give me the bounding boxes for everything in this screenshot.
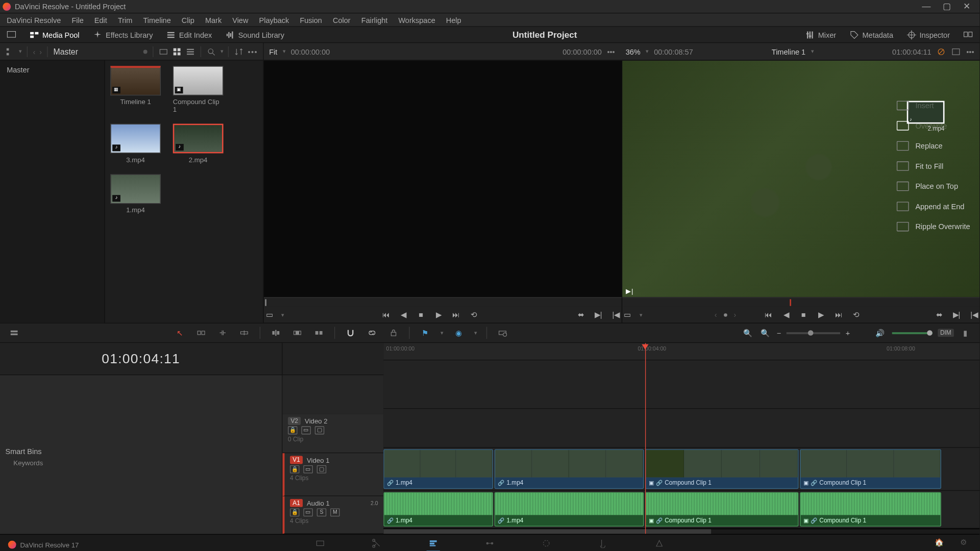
list-view-icon[interactable] xyxy=(186,47,195,56)
volume-icon[interactable]: 🔊 xyxy=(874,327,887,339)
zoom-plus[interactable]: + xyxy=(846,329,850,337)
zoom-in-button[interactable]: 🔍 xyxy=(760,327,772,339)
metadata-toggle[interactable]: Metadata xyxy=(843,27,900,42)
src-inout-icon[interactable]: ▭ xyxy=(264,309,275,320)
tab-color[interactable] xyxy=(538,536,554,549)
smart-bin-keywords[interactable]: Keywords xyxy=(6,455,100,470)
menu-color[interactable]: Color xyxy=(327,16,356,24)
program-tc-left[interactable]: 00:00:08:57 xyxy=(654,47,693,56)
bin-master[interactable]: Master xyxy=(4,65,100,76)
prg-inout-icon[interactable]: ▭ xyxy=(622,309,632,320)
overwrite-clip-button[interactable] xyxy=(291,327,304,339)
bypass-icon[interactable] xyxy=(937,47,946,56)
replace-clip-button[interactable] xyxy=(313,327,325,339)
menu-timeline[interactable]: Timeline xyxy=(138,16,176,24)
timeline-view-options[interactable] xyxy=(8,327,20,339)
track-display-icon[interactable]: ▢ xyxy=(315,427,324,435)
lock-icon[interactable]: 🔒 xyxy=(288,427,297,435)
range-select-icon[interactable] xyxy=(497,327,509,339)
clip-a1-2[interactable]: 🔗1.mp4 xyxy=(495,492,644,527)
trim-tool[interactable] xyxy=(195,327,207,339)
src-match-button[interactable]: ⬌ xyxy=(576,309,586,320)
prg-prev-button[interactable]: ◀ xyxy=(780,309,791,320)
timeline-ruler[interactable]: 01:00:00:00 01:00:04:00 01:00:08:00 xyxy=(383,343,979,360)
track-v2[interactable] xyxy=(383,409,979,447)
dynamic-trim-tool[interactable] xyxy=(216,327,229,339)
menu-fusion[interactable]: Fusion xyxy=(295,16,328,24)
mute-button[interactable]: M xyxy=(330,508,339,516)
grid-view-icon[interactable] xyxy=(173,47,182,56)
home-button[interactable]: 🏠 xyxy=(931,535,947,548)
snapping-toggle[interactable] xyxy=(345,327,357,339)
bin-list-icon[interactable] xyxy=(6,47,15,56)
timeline-timecode[interactable]: 01:00:04:11 xyxy=(0,343,282,375)
program-tc-right[interactable]: 01:00:04:11 xyxy=(892,47,932,56)
smart-bins-header[interactable]: Smart Bins xyxy=(6,441,100,456)
track-enable-icon[interactable]: ▭ xyxy=(303,508,312,516)
menu-workspace[interactable]: Workspace xyxy=(393,16,440,24)
menu-trim[interactable]: Trim xyxy=(112,16,138,24)
menu-file[interactable]: File xyxy=(66,16,89,24)
solo-button[interactable]: S xyxy=(317,508,326,516)
menu-clip[interactable]: Clip xyxy=(176,16,200,24)
menu-help[interactable]: Help xyxy=(440,16,467,24)
prg-match-button[interactable]: ⬌ xyxy=(934,309,944,320)
overlay-overwrite[interactable]: Overwrite xyxy=(894,118,973,133)
chevron-down-icon[interactable]: ▾ xyxy=(646,48,648,55)
zoom-minus[interactable]: − xyxy=(777,329,781,337)
source-tc-right[interactable]: 00:00:00:00 xyxy=(562,47,602,56)
menu-edit[interactable]: Edit xyxy=(89,16,112,24)
src-prev-button[interactable]: ◀ xyxy=(398,309,409,320)
clip-compound1[interactable]: ▣Compound Clip 1 xyxy=(173,66,224,113)
prg-play-button[interactable]: ▶ xyxy=(816,309,826,320)
sound-library-toggle[interactable]: Sound Library xyxy=(218,27,291,42)
track-header-v2[interactable]: V2Video 2 🔒▭▢ 0 Clip xyxy=(283,414,384,453)
dim-button[interactable]: DIM xyxy=(938,329,954,337)
prg-loop-button[interactable]: ⟲ xyxy=(851,309,862,320)
menu-fairlight[interactable]: Fairlight xyxy=(356,16,393,24)
src-fit-dropdown[interactable]: Fit xyxy=(269,47,277,56)
more-options-icon[interactable]: ••• xyxy=(248,47,258,56)
chevron-down-icon[interactable]: ▾ xyxy=(283,48,285,55)
maximize-button[interactable]: ▢ xyxy=(937,2,957,12)
track-v1[interactable]: 🔗1.mp4 🔗1.mp4 ▣🔗Compound Clip 1 ▣🔗Compou… xyxy=(383,448,979,491)
close-button[interactable]: ✕ xyxy=(957,2,977,12)
media-pool-toggle[interactable]: Media Pool xyxy=(23,27,86,42)
track-header-v1[interactable]: V1Video 1 🔒▭▢ 4 Clips xyxy=(283,453,384,496)
prg-next-button[interactable]: ⏭ xyxy=(833,309,844,320)
chevron-down-icon[interactable]: ▾ xyxy=(811,48,814,55)
src-stop-button[interactable]: ■ xyxy=(415,309,426,320)
search-icon[interactable] xyxy=(207,47,216,56)
prg-prev-edit-button[interactable]: |◀ xyxy=(969,309,979,320)
menu-playback[interactable]: Playback xyxy=(254,16,295,24)
prg-stop-button[interactable]: ■ xyxy=(798,309,809,320)
zoom-slider[interactable] xyxy=(787,332,840,334)
overlay-fit-to-fill[interactable]: Fit to Fill xyxy=(894,159,973,173)
clip-a1-3[interactable]: ▣🔗Compound Clip 1 xyxy=(645,492,799,527)
volume-slider[interactable] xyxy=(892,332,932,334)
overlay-insert[interactable]: Insert xyxy=(894,98,973,113)
src-play-button[interactable]: ▶ xyxy=(433,309,444,320)
tab-edit[interactable] xyxy=(425,536,442,549)
chevron-down-icon[interactable]: ▾ xyxy=(19,48,21,55)
menu-mark[interactable]: Mark xyxy=(200,16,227,24)
prg-next-edit-button[interactable]: ▶| xyxy=(951,309,962,320)
clip-3mp4[interactable]: ♪3.mp4 xyxy=(110,124,161,164)
nav-fwd-button[interactable]: › xyxy=(39,47,42,56)
program-canvas[interactable]: ▶| ♪ 2.mp4 Insert Overwrite Replace Fit … xyxy=(622,61,979,297)
menu-view[interactable]: View xyxy=(227,16,254,24)
track-enable-icon[interactable]: ▭ xyxy=(303,465,312,473)
program-scrubber[interactable] xyxy=(622,297,979,307)
breadcrumb-master[interactable]: Master xyxy=(54,47,78,56)
audio-meter-icon[interactable]: ▮ xyxy=(959,327,971,339)
clip-v1-2[interactable]: 🔗1.mp4 xyxy=(495,449,644,489)
thumbnail-view-icon[interactable] xyxy=(159,47,168,56)
effects-library-toggle[interactable]: Effects Library xyxy=(86,27,160,42)
timeline-name[interactable]: Timeline 1 xyxy=(772,47,805,56)
clip-timeline1[interactable]: ▦Timeline 1 xyxy=(110,66,161,113)
tab-fairlight[interactable] xyxy=(595,536,611,549)
src-loop-button[interactable]: ⟲ xyxy=(468,309,479,320)
src-prev-edit-button[interactable]: |◀ xyxy=(610,309,621,320)
flag-button[interactable]: ⚑ xyxy=(419,327,431,339)
menu-davinci[interactable]: DaVinci Resolve xyxy=(2,16,66,24)
